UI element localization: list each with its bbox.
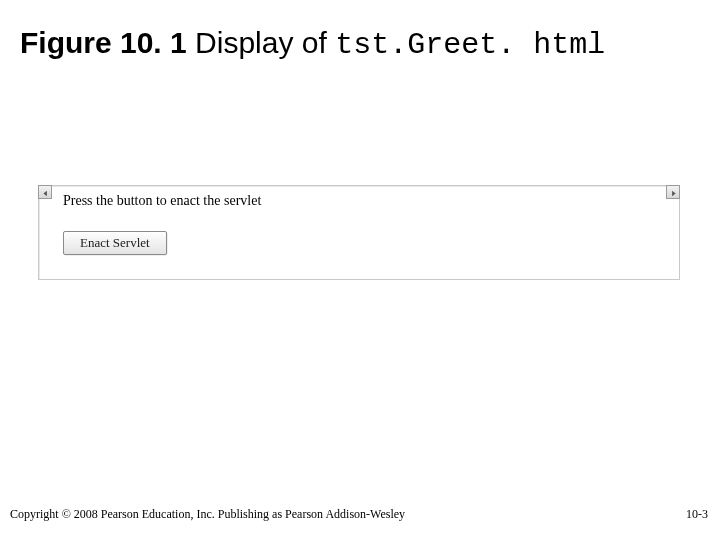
- figure-label: Figure 10. 1: [20, 26, 187, 59]
- svg-marker-0: [43, 191, 47, 197]
- scroll-right-button[interactable]: [666, 185, 680, 199]
- svg-marker-1: [672, 191, 676, 197]
- instruction-text: Press the button to enact the servlet: [63, 193, 261, 209]
- figure-filename: tst.Greet. html: [335, 28, 605, 62]
- page-number: 10-3: [686, 507, 708, 522]
- figure-text-middle: Display of: [187, 26, 335, 59]
- triangle-right-icon: [670, 183, 677, 201]
- browser-pane: Press the button to enact the servlet En…: [38, 185, 680, 280]
- copyright-text: Copyright © 2008 Pearson Education, Inc.…: [10, 507, 405, 522]
- enact-servlet-button[interactable]: Enact Servlet: [63, 231, 167, 255]
- scroll-left-button[interactable]: [38, 185, 52, 199]
- triangle-left-icon: [42, 183, 49, 201]
- figure-heading: Figure 10. 1 Display of tst.Greet. html: [20, 26, 605, 62]
